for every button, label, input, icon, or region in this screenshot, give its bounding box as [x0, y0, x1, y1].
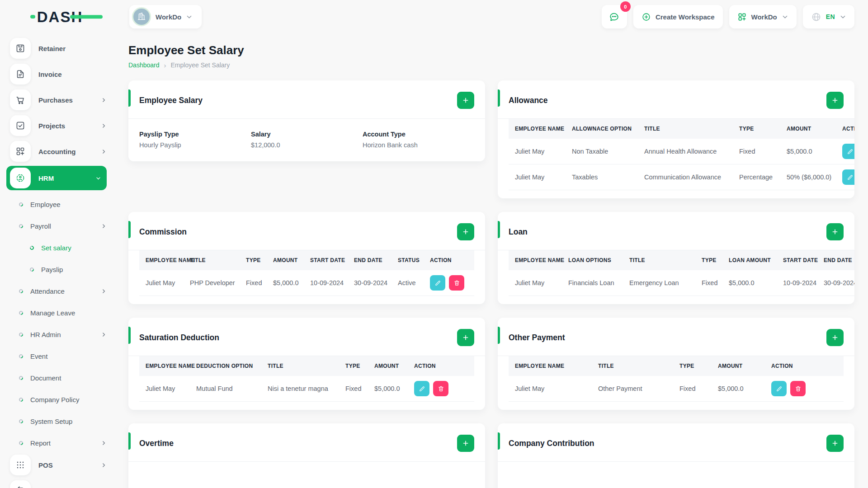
table-header-row: EMPLOYEE NAMEDEDUCTION OPTIONTITLETYPEAM…: [139, 356, 474, 376]
workspace-switcher[interactable]: WorkDo: [129, 5, 202, 28]
table-cell: $5,000.0: [781, 139, 837, 164]
add-company-contribution-button[interactable]: [826, 435, 844, 452]
sidebar-item-document[interactable]: Document: [10, 367, 107, 389]
sidebar-item-purchases[interactable]: Purchases: [10, 89, 107, 111]
logo-bar-icon: [70, 15, 103, 19]
plus-circle-icon: [642, 12, 651, 22]
table-cell: Juliet May: [509, 164, 566, 190]
card-title: Allowance: [509, 96, 548, 105]
hrm-icon: [10, 168, 31, 188]
table-cell: Other Payment: [593, 376, 674, 402]
sidebar-item-attendance[interactable]: Attendance: [10, 280, 107, 302]
column-header: EMPLOYEE NAME: [509, 356, 593, 376]
delete-button[interactable]: [433, 381, 448, 396]
card-header: Loan: [498, 212, 854, 250]
sidebar-item-accounting[interactable]: Accounting: [10, 140, 107, 163]
add-employee-salary-button[interactable]: [457, 92, 474, 109]
edit-button[interactable]: [430, 275, 445, 291]
delete-button[interactable]: [790, 381, 806, 396]
sidebar-item-label: Projects: [38, 122, 65, 130]
sidebar-item-hrm[interactable]: HRM: [6, 166, 107, 190]
add-commission-button[interactable]: [457, 223, 474, 240]
table-row: Juliet MayMutual FundNisi a tenetur magn…: [139, 376, 474, 402]
add-saturation-deduction-button[interactable]: [457, 329, 474, 346]
table-cell: $5,000.0: [268, 270, 305, 296]
table-cell: 50% ($6,000.0): [781, 164, 837, 190]
sidebar-item-manage-leave[interactable]: Manage Leave: [10, 302, 107, 324]
bullet-icon: [18, 397, 24, 403]
card-title: Company Contribution: [509, 439, 594, 448]
chevron-right-icon: [101, 223, 107, 229]
sidebar-item-set-salary[interactable]: Set salary: [10, 237, 107, 258]
saturation-deduction-card: Saturation Deduction EMPLOYEE NAMEDEDUCT…: [128, 318, 485, 410]
cards-grid: Employee Salary Payslip Type Hourly Pays…: [128, 80, 854, 488]
card-title: Loan: [509, 227, 528, 237]
edit-button[interactable]: [414, 381, 429, 396]
sidebar-item-event[interactable]: Event: [10, 345, 107, 367]
sidebar-item-projects[interactable]: Projects: [10, 114, 107, 137]
card-title: Overtime: [139, 439, 174, 448]
card-header: Employee Salary: [128, 80, 485, 118]
sidebar-item-retainer[interactable]: Retainer: [10, 37, 107, 60]
breadcrumb: Dashboard › Employee Set Salary: [128, 61, 854, 69]
sidebar-item-crm[interactable]: CRM: [10, 479, 107, 488]
card-header: Saturation Deduction: [128, 318, 485, 356]
edit-button[interactable]: [842, 144, 854, 159]
delete-button[interactable]: [449, 275, 464, 291]
card-title: Commission: [139, 227, 187, 237]
card-accent: [498, 89, 500, 107]
sidebar-item-invoice[interactable]: Invoice: [10, 63, 107, 85]
sidebar-item-company-policy[interactable]: Company Policy: [10, 389, 107, 410]
pos-icon: [10, 455, 31, 475]
table-cell: $5,000.0: [712, 376, 766, 402]
bullet-icon: [18, 440, 24, 446]
sidebar-item-employee[interactable]: Employee: [10, 193, 107, 215]
bullet-icon: [18, 288, 24, 294]
table-cell: 30-09-2024: [818, 270, 854, 296]
table-cell: Annual Health Allowance: [639, 139, 734, 164]
workdo-menu-button[interactable]: WorkDo: [729, 5, 797, 28]
messages-button[interactable]: 0: [602, 5, 627, 28]
loan-card: Loan EMPLOYEE NAMELOAN OPTIONSTITLETYPEL…: [498, 212, 854, 304]
create-workspace-button[interactable]: Create Workspace: [633, 5, 723, 28]
sidebar-item-system-setup[interactable]: System Setup: [10, 410, 107, 432]
actions-cell: [837, 164, 854, 190]
add-loan-button[interactable]: [826, 223, 844, 240]
overtime-card: Overtime: [128, 423, 485, 488]
add-overtime-button[interactable]: [457, 435, 474, 452]
add-allowance-button[interactable]: [826, 92, 844, 109]
sidebar-item-label: Accounting: [38, 148, 76, 155]
field-value: $12,000.0: [251, 141, 363, 149]
add-other-payment-button[interactable]: [826, 329, 844, 346]
breadcrumb-dashboard-link[interactable]: Dashboard: [128, 61, 160, 69]
sidebar-item-label: Report: [30, 439, 51, 447]
breadcrumb-separator-icon: ›: [164, 62, 166, 69]
card-accent: [498, 432, 500, 450]
allowance-table: EMPLOYEE NAMEALLOWNACE OPTIONTITLETYPEAM…: [509, 119, 854, 190]
table-row: Juliet MayFinancials LoanEmergency LoanF…: [509, 270, 854, 296]
table-cell: 10-09-2024: [305, 270, 349, 296]
table-cell: Mutual Fund: [191, 376, 262, 402]
field: Account Type Horizon Bank cash: [363, 131, 474, 149]
card-accent: [498, 221, 500, 238]
column-header: TYPE: [241, 250, 268, 270]
language-selector[interactable]: EN: [803, 5, 854, 28]
breadcrumb-current: Employee Set Salary: [171, 61, 230, 69]
sidebar-item-pos[interactable]: POS: [10, 454, 107, 476]
chevron-right-icon: [101, 440, 107, 446]
actions-cell: [409, 376, 474, 402]
commission-table-wrap: EMPLOYEE NAMETITLETYPEAMOUNTSTART DATEEN…: [139, 250, 474, 296]
dash-logo: DASH: [30, 9, 83, 24]
column-header: EMPLOYEE NAME: [139, 356, 191, 376]
column-header: LOAN AMOUNT: [723, 250, 778, 270]
sidebar-item-payroll[interactable]: Payroll: [10, 215, 107, 237]
sidebar-item-label: Purchases: [38, 96, 73, 104]
edit-button[interactable]: [771, 381, 787, 396]
actions-cell: [766, 376, 844, 402]
table-cell: Fixed: [696, 270, 723, 296]
sidebar-item-report[interactable]: Report: [10, 432, 107, 454]
edit-button[interactable]: [842, 169, 854, 185]
sidebar-item-hr-admin[interactable]: HR Admin: [10, 324, 107, 345]
sidebar-item-payslip[interactable]: Payslip: [10, 258, 107, 280]
column-header: EMPLOYEE NAME: [139, 250, 184, 270]
